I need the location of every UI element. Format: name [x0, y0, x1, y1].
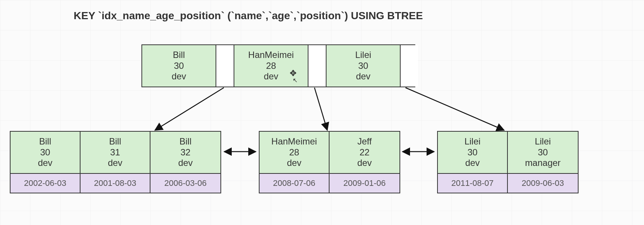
leaf-key-position: dev — [38, 158, 53, 169]
leaf-key-name: Lilei — [465, 136, 481, 147]
leaf-date: 2011-08-07 — [438, 174, 508, 193]
leaf-key-name: Bill — [39, 136, 51, 147]
leaf-key-position: dev — [108, 158, 123, 169]
leaf-date: 2009-06-03 — [508, 174, 578, 193]
leaf-key-position: dev — [465, 158, 480, 169]
leaf-key-position: dev — [178, 158, 193, 169]
root-pointer — [216, 45, 234, 87]
leaf-key-age: 31 — [110, 147, 120, 158]
leaf-key-name: Lilei — [535, 136, 551, 147]
root-key: Lilei 30 dev — [327, 45, 401, 87]
root-key-age: 28 — [266, 61, 276, 71]
leaf-dates-row: 2002-06-03 2001-08-03 2006-03-06 — [10, 173, 221, 193]
leaf-key-age: 30 — [538, 147, 548, 158]
leaf-date: 2008-07-06 — [260, 174, 330, 193]
leaf-key-age: 30 — [468, 147, 478, 158]
leaf-date: 2001-08-03 — [80, 174, 150, 193]
leaf-key: Bill 32 dev — [150, 132, 220, 173]
leaf-key-name: Bill — [109, 136, 121, 147]
leaf-key-position: dev — [357, 158, 372, 169]
root-key: HanMeimei 28 dev — [234, 45, 308, 87]
root-key-position: dev — [264, 71, 278, 82]
leaf-key-position: dev — [287, 158, 302, 169]
root-key-name: Bill — [173, 50, 185, 61]
leaf-key-age: 28 — [289, 147, 299, 158]
btree-leaf-node: HanMeimei 28 dev Jeff 22 dev 2008-07-06 … — [259, 131, 400, 193]
root-key-position: dev — [172, 71, 186, 82]
root-pointer — [308, 45, 327, 87]
leaf-dates-row: 2011-08-07 2009-06-03 — [437, 173, 579, 193]
root-key: Bill 30 dev — [142, 45, 216, 87]
leaf-key-age: 22 — [360, 147, 370, 158]
leaf-keys-row: Bill 30 dev Bill 31 dev Bill 32 dev — [10, 131, 221, 173]
root-pointer — [401, 45, 418, 87]
leaf-key-name: HanMeimei — [271, 136, 317, 147]
leaf-date: 2009-01-06 — [330, 174, 399, 193]
leaf-key-age: 30 — [40, 147, 50, 158]
root-key-name: HanMeimei — [248, 50, 294, 61]
svg-line-1 — [314, 88, 327, 130]
root-key-age: 30 — [174, 61, 184, 71]
btree-leaf-node: Bill 30 dev Bill 31 dev Bill 32 dev 2002… — [10, 131, 221, 193]
leaf-date: 2002-06-03 — [11, 174, 80, 193]
leaf-key-position: manager — [525, 158, 561, 169]
leaf-date: 2006-03-06 — [150, 174, 220, 193]
btree-root-node: Bill 30 dev HanMeimei 28 dev Lilei 30 de… — [141, 44, 415, 87]
diagram-title: KEY `idx_name_age_position` (`name`,`age… — [0, 10, 497, 22]
svg-line-0 — [155, 88, 224, 130]
root-key-name: Lilei — [355, 50, 371, 61]
leaf-key-name: Jeff — [357, 136, 372, 147]
leaf-key: Bill 31 dev — [80, 132, 150, 173]
leaf-dates-row: 2008-07-06 2009-01-06 — [259, 173, 400, 193]
leaf-key-age: 32 — [181, 147, 191, 158]
leaf-key: Lilei 30 dev — [438, 132, 508, 173]
btree-leaf-node: Lilei 30 dev Lilei 30 manager 2011-08-07… — [437, 131, 579, 193]
root-key-position: dev — [356, 71, 371, 82]
root-key-age: 30 — [358, 61, 368, 71]
leaf-key: Lilei 30 manager — [508, 132, 578, 173]
leaf-keys-row: Lilei 30 dev Lilei 30 manager — [437, 131, 579, 173]
leaf-key: HanMeimei 28 dev — [260, 132, 330, 173]
leaf-keys-row: HanMeimei 28 dev Jeff 22 dev — [259, 131, 400, 173]
leaf-key: Bill 30 dev — [11, 132, 80, 173]
leaf-key: Jeff 22 dev — [330, 132, 399, 173]
svg-line-2 — [406, 88, 504, 130]
leaf-key-name: Bill — [179, 136, 191, 147]
